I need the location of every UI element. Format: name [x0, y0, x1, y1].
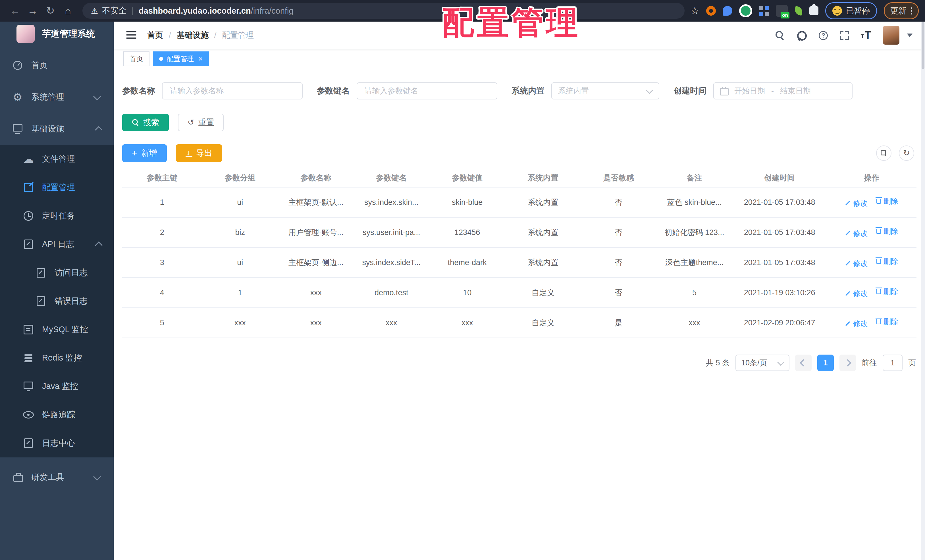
url-path: /infra/config	[251, 6, 294, 16]
browser-action-icons: ☆ on 已暂停 更新	[690, 2, 919, 19]
edit-link[interactable]: 修改	[845, 289, 868, 299]
reset-button[interactable]: ↺ 重置	[178, 114, 224, 131]
bookmark-star-icon[interactable]: ☆	[690, 5, 699, 17]
extension-leaf-icon[interactable]	[794, 6, 803, 16]
extension-pin-icon[interactable]	[723, 6, 732, 16]
table-cell: xxx	[278, 278, 354, 308]
sidebar-item-mysql[interactable]: MySQL 监控	[0, 315, 114, 344]
sidebar-item-tracer[interactable]: 链路追踪	[0, 400, 114, 429]
delete-link[interactable]: 删除	[877, 317, 898, 327]
back-icon[interactable]: ←	[6, 5, 24, 17]
breadcrumb-home[interactable]: 首页	[147, 30, 163, 41]
delete-link[interactable]: 删除	[877, 257, 898, 266]
delete-link[interactable]: 删除	[877, 226, 898, 236]
table-cell: 主框架页-侧边...	[278, 247, 354, 278]
sidebar-item-access-log[interactable]: 访问日志	[0, 259, 114, 287]
table-cell: 系统内置	[505, 187, 581, 217]
extensions-puzzle-icon[interactable]	[809, 6, 818, 15]
reload-icon[interactable]: ↻	[42, 5, 59, 17]
tab-home[interactable]: 首页	[124, 51, 149, 66]
sidebar-item-label: 研发工具	[31, 472, 64, 483]
table-cell: 否	[581, 278, 656, 308]
edit-link[interactable]: 修改	[845, 198, 868, 208]
reset-button-label: 重置	[198, 117, 214, 128]
edit-icon	[845, 201, 850, 206]
sidebar-item-job[interactable]: 定时任务	[0, 202, 114, 230]
extension-grid-icon[interactable]	[759, 6, 769, 16]
page-size-select[interactable]: 10条/页	[735, 355, 789, 371]
sidebar-item-file[interactable]: 文件管理	[0, 145, 114, 173]
sidebar-item-log-center[interactable]: 日志中心	[0, 429, 114, 458]
plus-icon: +	[132, 149, 137, 158]
param-name-input[interactable]	[162, 83, 303, 99]
home-icon[interactable]: ⌂	[59, 5, 77, 17]
edit-link-label: 修改	[853, 259, 868, 268]
sidebar-menu: 首页系统管理基础设施文件管理配置管理定时任务API 日志访问日志错误日志MySQ…	[0, 46, 114, 493]
prev-page-button[interactable]	[795, 355, 812, 371]
column-header: 创建时间	[733, 169, 827, 187]
edit-link[interactable]: 修改	[845, 319, 868, 329]
search-icon[interactable]	[775, 30, 785, 40]
forward-icon[interactable]: →	[24, 5, 42, 17]
edit-link[interactable]: 修改	[845, 259, 868, 268]
edit-link[interactable]: 修改	[845, 229, 868, 238]
table-cell: 2021-02-09 20:06:47	[733, 308, 827, 338]
log-icon	[23, 239, 34, 250]
delete-link-label: 删除	[883, 287, 898, 297]
table-cell: 2021-01-19 03:10:26	[733, 278, 827, 308]
avatar-dropdown-caret-icon[interactable]	[907, 33, 913, 37]
sidebar-item-redis[interactable]: Redis 监控	[0, 344, 114, 372]
sidebar-item-api-log[interactable]: API 日志	[0, 230, 114, 259]
page-scrollbar[interactable]	[921, 22, 925, 560]
create-time-label: 创建时间	[673, 85, 707, 96]
table-cell-operations: 修改删除	[826, 247, 916, 278]
github-icon[interactable]	[797, 30, 806, 40]
next-page-button[interactable]	[839, 355, 856, 371]
sidebar-item-config[interactable]: 配置管理	[0, 173, 114, 202]
add-button[interactable]: + 新增	[122, 145, 167, 162]
delete-link-label: 删除	[883, 317, 898, 327]
sidebar-item-system[interactable]: 系统管理	[0, 81, 114, 113]
config-table-head-row: 参数主键参数分组参数名称参数键名参数键值系统内置是否敏感备注创建时间操作	[122, 169, 916, 187]
delete-icon	[877, 259, 881, 264]
paused-profile-badge[interactable]: 已暂停	[825, 2, 877, 19]
extension-green-circle-icon[interactable]	[739, 4, 752, 17]
refresh-table-button[interactable]: ↻	[899, 146, 914, 161]
fullscreen-icon[interactable]	[840, 31, 849, 40]
delete-link[interactable]: 删除	[877, 287, 898, 297]
goto-page-input[interactable]	[883, 355, 902, 371]
sidebar-item-error-log[interactable]: 错误日志	[0, 287, 114, 315]
table-cell: 深色主题theme...	[656, 247, 732, 278]
export-button-label: 导出	[196, 148, 212, 158]
user-avatar[interactable]	[883, 26, 899, 45]
browser-menu-icon[interactable]	[911, 8, 912, 15]
address-bar[interactable]: ⚠ 不安全 | dashboard.yudao.iocoder.cn /infr…	[83, 3, 685, 19]
log-icon	[35, 295, 47, 307]
toggle-search-button[interactable]	[876, 146, 892, 161]
extension-donut-icon[interactable]	[706, 6, 716, 16]
extension-on-badge-icon[interactable]: on	[776, 5, 788, 17]
sidebar-item-home[interactable]: 首页	[0, 50, 114, 81]
param-key-input[interactable]	[357, 83, 497, 99]
table-cell-operations: 修改删除	[826, 187, 916, 217]
tab-close-icon[interactable]: ×	[198, 55, 203, 63]
font-size-icon[interactable]	[861, 31, 871, 40]
sidebar-item-java[interactable]: Java 监控	[0, 372, 114, 400]
date-range-picker[interactable]: 开始日期 - 结束日期	[713, 83, 853, 99]
sidebar-logo[interactable]: 芋道管理系统	[0, 22, 114, 46]
help-icon[interactable]	[818, 30, 828, 40]
sidebar-item-dev-tools[interactable]: 研发工具	[0, 461, 114, 493]
export-button[interactable]: 导出	[176, 145, 222, 162]
sidebar-collapse-icon[interactable]	[126, 31, 136, 39]
date-separator: -	[771, 87, 774, 95]
delete-link[interactable]: 删除	[877, 196, 898, 206]
browser-update-button[interactable]: 更新	[884, 2, 919, 19]
scrollbar-thumb[interactable]	[922, 22, 924, 69]
tab-config[interactable]: 配置管理 ×	[153, 51, 209, 66]
app: 芋道管理系统 首页系统管理基础设施文件管理配置管理定时任务API 日志访问日志错…	[0, 22, 925, 560]
system-builtin-select[interactable]: 系统内置	[551, 83, 659, 99]
breadcrumb-infra[interactable]: 基础设施	[177, 30, 209, 41]
sidebar-item-infra[interactable]: 基础设施	[0, 113, 114, 145]
current-page-button[interactable]: 1	[817, 355, 834, 371]
search-button[interactable]: 搜索	[122, 114, 169, 131]
